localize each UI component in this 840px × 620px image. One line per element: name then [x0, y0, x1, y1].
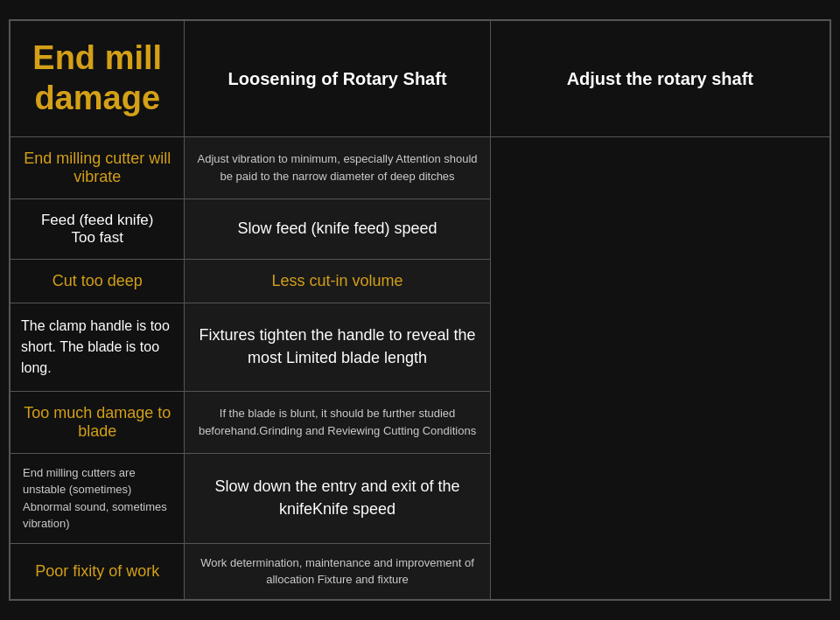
- cell-right-6: Work determination, maintenance and impr…: [185, 543, 490, 600]
- left-header-text: End mill damage: [32, 39, 162, 116]
- table-row: End milling cutter will vibrateAdjust vi…: [10, 136, 830, 199]
- cell-left-3: The clamp handle is too short. The blade…: [10, 303, 185, 391]
- cell-left-6: Poor fixity of work: [10, 543, 185, 600]
- cell-right-3: Fixtures tighten the handle to reveal th…: [185, 303, 490, 391]
- cell-right-2: Less cut-in volume: [185, 259, 490, 303]
- cell-left-2: Cut too deep: [10, 259, 185, 303]
- cell-left-1: Feed (feed knife) Too fast: [10, 199, 185, 259]
- main-table: End mill damage Loosening of Rotary Shaf…: [9, 19, 831, 600]
- cell-left-4: Too much damage to blade: [10, 391, 185, 453]
- table-row: End milling cutters are unstable (someti…: [10, 453, 830, 543]
- table-row: Too much damage to bladeIf the blade is …: [10, 391, 830, 453]
- col1-header: Loosening of Rotary Shaft: [185, 20, 490, 136]
- cell-right-0: Adjust vibration to minimum, especially …: [185, 136, 490, 199]
- cell-right-5: Slow down the entry and exit of the knif…: [185, 453, 490, 543]
- cell-left-5: End milling cutters are unstable (someti…: [10, 453, 185, 543]
- cell-right-1: Slow feed (knife feed) speed: [185, 199, 490, 259]
- left-header-cell: End mill damage: [10, 20, 185, 136]
- col2-header: Adjust the rotary shaft: [490, 20, 830, 136]
- table-row: The clamp handle is too short. The blade…: [10, 303, 830, 391]
- table-row: Cut too deepLess cut-in volume: [10, 259, 830, 303]
- table-row: Poor fixity of workWork determination, m…: [10, 543, 830, 600]
- cell-left-0: End milling cutter will vibrate: [10, 136, 185, 199]
- table-row: Feed (feed knife) Too fastSlow feed (kni…: [10, 199, 830, 259]
- cell-right-4: If the blade is blunt, it should be furt…: [185, 391, 490, 453]
